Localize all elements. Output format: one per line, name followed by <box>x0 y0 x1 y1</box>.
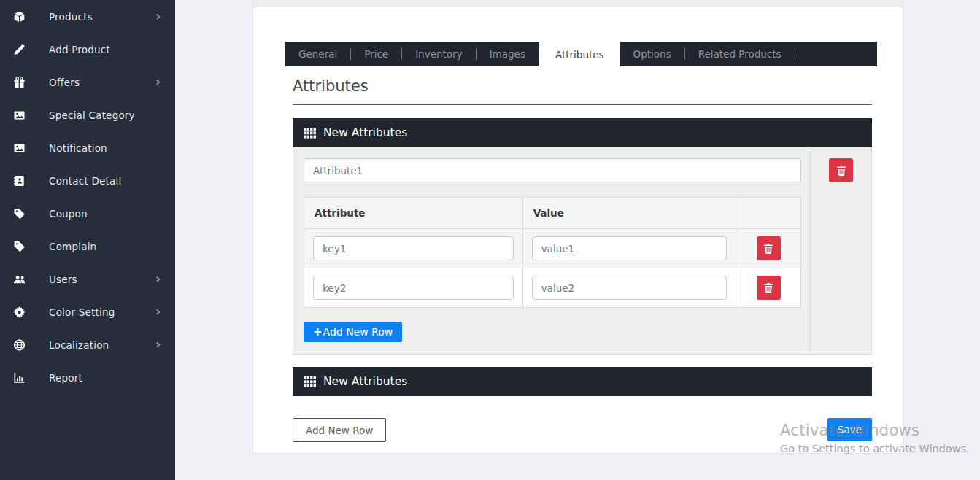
image-icon <box>13 109 26 121</box>
panel-title: New Attributes <box>323 375 407 388</box>
tab-images[interactable]: Images <box>477 42 539 66</box>
new-attributes-panel-2: New Attributes <box>293 367 872 396</box>
trash-icon <box>764 244 773 254</box>
tab-options[interactable]: Options <box>620 42 684 66</box>
chevron-right-icon: › <box>155 338 161 351</box>
sidebar-item-label: Color Setting <box>49 306 115 318</box>
table-grid-icon <box>304 128 316 139</box>
panel-side-column <box>810 147 871 354</box>
page-title: Attributes <box>293 77 903 96</box>
tab-related-products[interactable]: Related Products <box>685 42 795 66</box>
chevron-right-icon: › <box>155 10 161 23</box>
trash-icon <box>764 283 773 293</box>
sidebar-item-label: Report <box>49 372 82 384</box>
panel-header: New Attributes <box>293 367 872 396</box>
sidebar-item-offers[interactable]: Offers › <box>0 66 175 98</box>
globe-icon <box>13 339 26 351</box>
cube-icon <box>13 11 26 23</box>
tag-icon <box>13 208 26 220</box>
value-column-header: Value <box>522 198 736 229</box>
attribute-value-input[interactable] <box>532 276 728 300</box>
attribute-key-input[interactable] <box>313 276 514 300</box>
panel-title: New Attributes <box>323 126 407 139</box>
tab-separator <box>795 48 795 60</box>
tab-inventory[interactable]: Inventory <box>402 42 475 66</box>
card-top-strip <box>253 0 903 7</box>
panel-header: New Attributes <box>293 118 872 147</box>
tab-price[interactable]: Price <box>351 42 401 66</box>
sidebar-item-label: Complain <box>49 241 96 252</box>
tab-general[interactable]: General <box>285 42 350 66</box>
address-book-icon <box>13 175 26 187</box>
gear-icon <box>13 306 26 318</box>
trash-icon <box>837 166 846 176</box>
sidebar-item-label: Offers <box>49 77 80 88</box>
add-new-row-button-outer[interactable]: Add New Row <box>293 418 386 442</box>
chevron-right-icon: › <box>155 76 161 88</box>
sidebar-item-special-category[interactable]: Special Category <box>0 98 175 131</box>
sidebar-item-label: Add Product <box>49 44 110 55</box>
chevron-right-icon: › <box>155 273 161 285</box>
content-card: GeneralPriceInventoryImagesAttributesOpt… <box>252 0 903 454</box>
sidebar: Products › Add Product Offers › Special … <box>0 0 175 480</box>
sidebar-item-label: Contact Detail <box>49 175 121 187</box>
attribute-row <box>304 268 801 308</box>
attribute-row <box>304 229 801 268</box>
attribute-key-input[interactable] <box>313 236 514 260</box>
gift-icon <box>13 77 26 88</box>
add-new-row-button-inner[interactable]: + Add New Row <box>304 322 402 342</box>
sidebar-item-products[interactable]: Products › <box>0 0 175 33</box>
sidebar-item-notification[interactable]: Notification <box>0 131 175 164</box>
image-icon <box>13 142 26 154</box>
delete-row-button[interactable] <box>757 276 781 300</box>
sidebar-item-contact-detail[interactable]: Contact Detail <box>0 164 175 197</box>
sidebar-item-report[interactable]: Report <box>0 361 175 394</box>
attribute-column-header: Attribute <box>304 198 523 229</box>
chart-icon <box>13 372 26 384</box>
sidebar-item-complain[interactable]: Complain <box>0 230 175 263</box>
title-divider <box>293 104 872 105</box>
sidebar-item-label: Special Category <box>49 109 135 121</box>
attributes-table: Attribute Value <box>304 197 801 308</box>
sidebar-item-label: Coupon <box>49 208 88 220</box>
sidebar-item-localization[interactable]: Localization › <box>0 328 175 361</box>
users-icon <box>13 274 26 285</box>
table-grid-icon <box>304 376 316 387</box>
sidebar-item-label: Users <box>49 274 77 285</box>
sidebar-item-add-product[interactable]: Add Product <box>0 33 175 66</box>
sidebar-item-coupon[interactable]: Coupon <box>0 197 175 230</box>
pen-icon <box>13 44 26 55</box>
tag-icon <box>13 241 26 252</box>
attribute-name-input[interactable] <box>304 158 801 182</box>
footer-actions: Add New Row Save <box>293 418 872 442</box>
action-column-header <box>736 198 801 229</box>
table-header-row: Attribute Value <box>304 198 801 229</box>
sidebar-item-label: Localization <box>49 339 109 351</box>
sidebar-item-label: Products <box>49 11 93 23</box>
sidebar-item-label: Notification <box>49 142 107 154</box>
product-tabs: GeneralPriceInventoryImagesAttributesOpt… <box>285 42 877 66</box>
save-button[interactable]: Save <box>827 418 872 441</box>
delete-attribute-button[interactable] <box>829 158 853 182</box>
delete-row-button[interactable] <box>757 236 781 260</box>
attribute-value-input[interactable] <box>532 236 728 260</box>
tab-attributes[interactable]: Attributes <box>539 42 620 71</box>
panel-body: Attribute Value <box>293 147 872 355</box>
plus-icon: + <box>313 325 323 338</box>
sidebar-item-users[interactable]: Users › <box>0 263 175 295</box>
sidebar-item-color-setting[interactable]: Color Setting › <box>0 295 175 328</box>
chevron-right-icon: › <box>155 306 161 318</box>
new-attributes-panel-1: New Attributes Attribute Value <box>293 118 872 355</box>
